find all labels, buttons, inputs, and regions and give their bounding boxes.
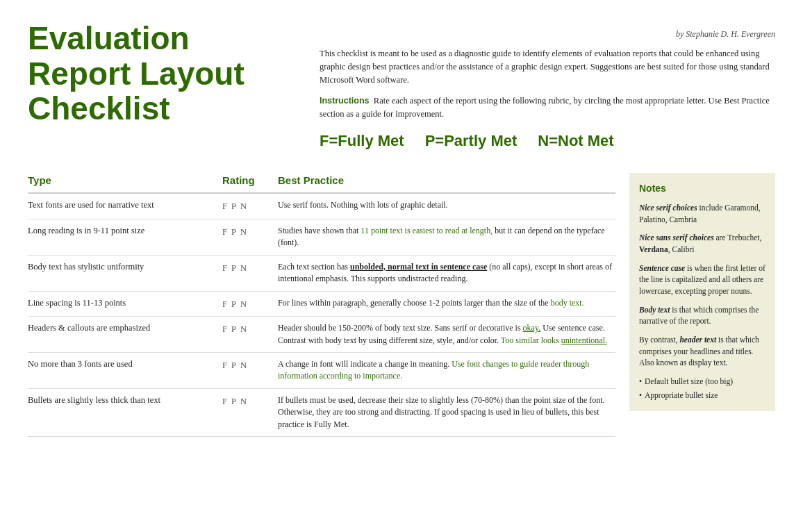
- header-section: Evaluation Report Layout Checklist by St…: [28, 21, 775, 152]
- rating-f[interactable]: F: [222, 359, 227, 372]
- rating-partly-met: P=Partly Met: [425, 129, 518, 152]
- instructions-text: Rate each aspect of the report using the…: [320, 96, 770, 119]
- row-type-2: Long reading is in 9-11 point size: [28, 225, 222, 238]
- note-bullets: Default bullet size (too big) Appropriat…: [639, 376, 765, 401]
- note-item-5: By contrast, header text is that which c…: [639, 334, 765, 369]
- rating-p[interactable]: P: [231, 323, 236, 336]
- rating-n[interactable]: N: [240, 262, 247, 275]
- byline: by Stephanie D. H. Evergreen: [320, 28, 775, 40]
- byline-text: by Stephanie D. H. Evergreen: [676, 29, 775, 39]
- row-type-6: No more than 3 fonts are used: [28, 358, 222, 371]
- intro-text: This checklist is meant to be used as a …: [320, 47, 775, 86]
- table-row: Body text has stylistic uniformity F P N…: [28, 256, 615, 292]
- col-best-header: Best Practice: [278, 173, 615, 189]
- row-best-1: Use serif fonts. Nothing with lots of gr…: [278, 199, 615, 211]
- note-sans-italic: Nice sans serif choices: [639, 233, 714, 242]
- row-rating-4: F P N: [222, 297, 278, 311]
- intro-block: by Stephanie D. H. Evergreen This checkl…: [320, 21, 775, 152]
- row-type-5: Headers & callouts are emphasized: [28, 322, 222, 335]
- table-header: Type Rating Best Practice: [28, 173, 615, 194]
- note-serif-italic: Nice serif choices: [639, 203, 697, 212]
- row-type-7: Bullets are slightly less thick than tex…: [28, 394, 222, 407]
- row-type-4: Line spacing is 11-13 points: [28, 297, 222, 310]
- note-bullet-1: Default bullet size (too big): [639, 376, 765, 388]
- row-rating-5: F P N: [222, 322, 278, 336]
- table-row: No more than 3 fonts are used F P N A ch…: [28, 353, 615, 389]
- row-type-3: Body text has stylistic uniformity: [28, 261, 222, 274]
- row-best-7: If bullets must be used, decrease their …: [278, 394, 615, 431]
- rating-f[interactable]: F: [222, 200, 227, 213]
- row-best-4: For lines within paragraph, generally ch…: [278, 297, 615, 309]
- table-row: Line spacing is 11-13 points F P N For l…: [28, 292, 615, 317]
- instructions-label: Instructions: [320, 96, 370, 106]
- rating-n[interactable]: N: [240, 200, 247, 213]
- row-rating-1: F P N: [222, 199, 278, 213]
- rating-f[interactable]: F: [222, 262, 227, 275]
- page-title: Evaluation Report Layout Checklist: [28, 21, 292, 126]
- row-best-3: Each text section has unbolded, normal t…: [278, 261, 615, 285]
- col-rating-header: Rating: [222, 173, 278, 189]
- row-best-5: Header should be 150-200% of body text s…: [278, 322, 615, 347]
- row-rating-6: F P N: [222, 358, 278, 372]
- instructions: Instructions Rate each aspect of the rep…: [320, 94, 775, 121]
- rating-fully-met: F=Fully Met: [320, 129, 404, 152]
- rating-p[interactable]: P: [231, 298, 236, 311]
- checklist-section: Type Rating Best Practice Text fonts are…: [28, 173, 615, 437]
- rating-f[interactable]: F: [222, 226, 227, 239]
- rating-p[interactable]: P: [231, 226, 236, 239]
- row-rating-3: F P N: [222, 261, 278, 275]
- note-item-1: Nice serif choices include Garamond, Pal…: [639, 202, 765, 225]
- rating-n[interactable]: N: [240, 395, 247, 408]
- rating-p[interactable]: P: [231, 395, 236, 408]
- rating-f[interactable]: F: [222, 323, 227, 336]
- row-rating-7: F P N: [222, 394, 278, 408]
- rating-p[interactable]: P: [231, 262, 236, 275]
- note-item-2: Nice sans serif choices are Trebuchet, V…: [639, 232, 765, 255]
- rating-n[interactable]: N: [240, 226, 247, 239]
- rating-legend: F=Fully Met P=Partly Met N=Not Met: [320, 129, 775, 152]
- rating-n[interactable]: N: [240, 298, 247, 311]
- rating-not-met: N=Not Met: [538, 129, 613, 152]
- table-row: Bullets are slightly less thick than tex…: [28, 389, 615, 437]
- notes-title: Notes: [639, 181, 765, 195]
- table-row: Long reading is in 9-11 point size F P N…: [28, 219, 615, 256]
- note-sentence-italic: Sentence case: [639, 264, 685, 272]
- title-block: Evaluation Report Layout Checklist: [28, 21, 292, 152]
- notes-panel: Notes Nice serif choices include Garamon…: [629, 173, 775, 412]
- note-header-italic: header text: [679, 335, 716, 344]
- table-row: Headers & callouts are emphasized F P N …: [28, 317, 615, 353]
- rating-f[interactable]: F: [222, 298, 227, 311]
- note-item-4: Body text is that which comprises the na…: [639, 304, 765, 327]
- col-type-header: Type: [28, 173, 222, 189]
- rating-p[interactable]: P: [231, 200, 236, 213]
- note-body-italic: Body text: [639, 306, 670, 314]
- rating-n[interactable]: N: [240, 323, 247, 336]
- row-rating-2: F P N: [222, 225, 278, 239]
- main-table-area: Type Rating Best Practice Text fonts are…: [28, 173, 775, 437]
- rating-f[interactable]: F: [222, 395, 227, 408]
- rating-n[interactable]: N: [240, 359, 247, 372]
- row-type-1: Text fonts are used for narrative text: [28, 199, 222, 212]
- note-item-3: Sentence case is when the first letter o…: [639, 263, 765, 297]
- row-best-2: Studies have shown that 11 point text is…: [278, 225, 615, 249]
- table-row: Text fonts are used for narrative text F…: [28, 194, 615, 219]
- rating-p[interactable]: P: [231, 359, 236, 372]
- note-bullet-2: Appropriate bullet size: [639, 390, 765, 401]
- row-best-6: A change in font will indicate a change …: [278, 358, 615, 383]
